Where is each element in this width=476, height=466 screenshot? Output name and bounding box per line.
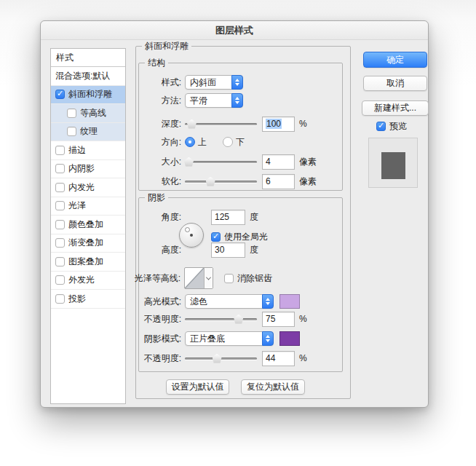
dialog-titlebar[interactable]: 图层样式: [41, 21, 428, 40]
depth-unit: %: [299, 119, 307, 129]
bevel-style-value: 内斜面: [186, 76, 231, 89]
new-style-button[interactable]: 新建样式...: [362, 100, 429, 116]
soften-slider[interactable]: [185, 176, 257, 187]
highlight-opacity-unit: %: [299, 314, 307, 324]
slider-thumb[interactable]: [213, 354, 222, 363]
styles-list-rows: 混合选项:默认斜面和浮雕等高线纹理描边内阴影内发光光泽颜色叠加渐变叠加图案叠加外…: [51, 67, 125, 309]
style-label: 样式:: [139, 76, 181, 89]
slider-thumb[interactable]: [234, 315, 243, 324]
direction-down-radio[interactable]: [223, 137, 233, 147]
depth-label: 深度:: [139, 118, 181, 130]
technique-dropdown[interactable]: 平滑: [185, 93, 243, 108]
sidebar-item[interactable]: 内发光: [51, 178, 125, 197]
preview-thumbnail: [381, 152, 405, 179]
styles-list-header: 样式: [51, 49, 125, 67]
technique-value: 平滑: [186, 95, 231, 107]
stepper-icon: [262, 294, 274, 309]
shadow-mode-value: 正片叠底: [186, 333, 262, 345]
direction-down-label: 下: [236, 136, 245, 149]
preview-checkbox[interactable]: [376, 122, 386, 131]
angle-dial-indicator[interactable]: [185, 227, 190, 232]
angle-row: 角度: 125 度: [139, 209, 339, 225]
checkbox[interactable]: [55, 201, 65, 210]
highlight-opacity-slider[interactable]: [185, 314, 257, 325]
angle-label: 角度:: [139, 211, 181, 224]
direction-row: 方向: 上 下: [139, 134, 339, 150]
technique-row: 方法: 平滑: [139, 92, 339, 108]
cancel-button[interactable]: 取消: [363, 76, 427, 91]
size-unit: 像素: [299, 156, 317, 168]
sidebar-item[interactable]: 图案叠加: [51, 253, 125, 272]
shadow-opacity-input[interactable]: 44: [262, 351, 295, 366]
anti-alias-checkbox[interactable]: [224, 274, 234, 283]
checkbox[interactable]: [55, 164, 65, 173]
stepper-icon: [231, 75, 243, 90]
sidebar-item[interactable]: 内阴影: [51, 160, 125, 179]
sidebar-item[interactable]: 混合选项:默认: [51, 67, 125, 86]
highlight-opacity-input[interactable]: 75: [262, 312, 295, 327]
checkbox[interactable]: [67, 127, 76, 136]
styles-list[interactable]: 样式 混合选项:默认斜面和浮雕等高线纹理描边内阴影内发光光泽颜色叠加渐变叠加图案…: [50, 48, 126, 404]
sidebar-item[interactable]: 纹理: [51, 123, 125, 142]
global-light-checkbox[interactable]: [211, 232, 221, 242]
slider-thumb[interactable]: [187, 119, 197, 129]
sidebar-item[interactable]: 渐变叠加: [51, 234, 125, 253]
sidebar-item[interactable]: 等高线: [51, 104, 125, 123]
highlight-mode-dropdown[interactable]: 滤色: [185, 294, 274, 309]
reset-default-button[interactable]: 复位为默认值: [241, 379, 305, 395]
sidebar-item[interactable]: 光泽: [51, 197, 125, 216]
dialog-title: 图层样式: [215, 24, 253, 37]
angle-unit: 度: [250, 211, 258, 224]
highlight-opacity-row: 不透明度: 75 %: [139, 311, 339, 327]
stepper-icon: [262, 331, 274, 346]
contour-dropdown-arrow-icon[interactable]: [205, 268, 213, 288]
set-default-button[interactable]: 设置为默认值: [166, 379, 229, 395]
altitude-unit: 度: [250, 244, 258, 256]
preview-row: 预览: [376, 120, 407, 133]
checkbox[interactable]: [67, 108, 76, 118]
shadow-opacity-slider[interactable]: [185, 353, 257, 364]
checkbox[interactable]: [55, 257, 65, 266]
sidebar-item[interactable]: 投影: [51, 290, 125, 309]
checkbox[interactable]: [55, 183, 65, 192]
checkbox[interactable]: [55, 294, 65, 304]
sidebar-item[interactable]: 斜面和浮雕: [51, 86, 125, 105]
angle-input[interactable]: 125: [211, 210, 245, 225]
highlight-color-swatch[interactable]: [279, 294, 300, 309]
size-input[interactable]: 4: [262, 154, 295, 170]
bevel-style-dropdown[interactable]: 内斜面: [185, 75, 243, 90]
slider-thumb[interactable]: [184, 157, 194, 167]
sidebar-item[interactable]: 描边: [51, 141, 125, 160]
sidebar-item-label: 渐变叠加: [68, 237, 103, 249]
anti-alias-label: 消除锯齿: [237, 272, 272, 285]
highlight-mode-row: 高光模式: 滤色: [139, 293, 339, 309]
depth-input[interactable]: 100: [262, 116, 295, 132]
altitude-input[interactable]: 30: [211, 242, 245, 258]
sidebar-item-label: 描边: [68, 144, 86, 157]
soften-input[interactable]: 6: [262, 174, 295, 189]
ok-button[interactable]: 确定: [363, 52, 427, 68]
shadow-mode-dropdown[interactable]: 正片叠底: [185, 331, 274, 346]
sidebar-item[interactable]: 外发光: [51, 272, 125, 291]
shadow-opacity-row: 不透明度: 44 %: [139, 350, 339, 366]
contour-thumbnail-icon: [185, 268, 205, 288]
slider-thumb[interactable]: [206, 177, 215, 186]
direction-up-radio[interactable]: [185, 137, 195, 147]
checkbox[interactable]: [55, 146, 65, 155]
slider-track: [185, 181, 257, 183]
depth-slider[interactable]: [185, 119, 257, 130]
checkbox[interactable]: [55, 220, 65, 229]
size-slider[interactable]: [185, 157, 257, 167]
checkbox[interactable]: [55, 238, 65, 248]
shadow-color-swatch[interactable]: [279, 331, 300, 346]
depth-row: 深度: 100 %: [139, 116, 339, 132]
shadow-mode-row: 阴影模式: 正片叠底: [139, 331, 339, 347]
gloss-contour-picker[interactable]: [184, 267, 213, 289]
layer-style-dialog: 图层样式 样式 混合选项:默认斜面和浮雕等高线纹理描边内阴影内发光光泽颜色叠加渐…: [40, 20, 429, 408]
sidebar-item[interactable]: 颜色叠加: [51, 216, 125, 234]
structure-group: 结构 样式: 内斜面 方法: 平滑 深度: 100 % 方向:: [138, 63, 343, 191]
stepper-icon: [231, 93, 243, 108]
shadow-mode-label: 阴影模式:: [139, 333, 181, 345]
checked-checkbox[interactable]: [55, 90, 65, 99]
checkbox[interactable]: [55, 275, 65, 285]
